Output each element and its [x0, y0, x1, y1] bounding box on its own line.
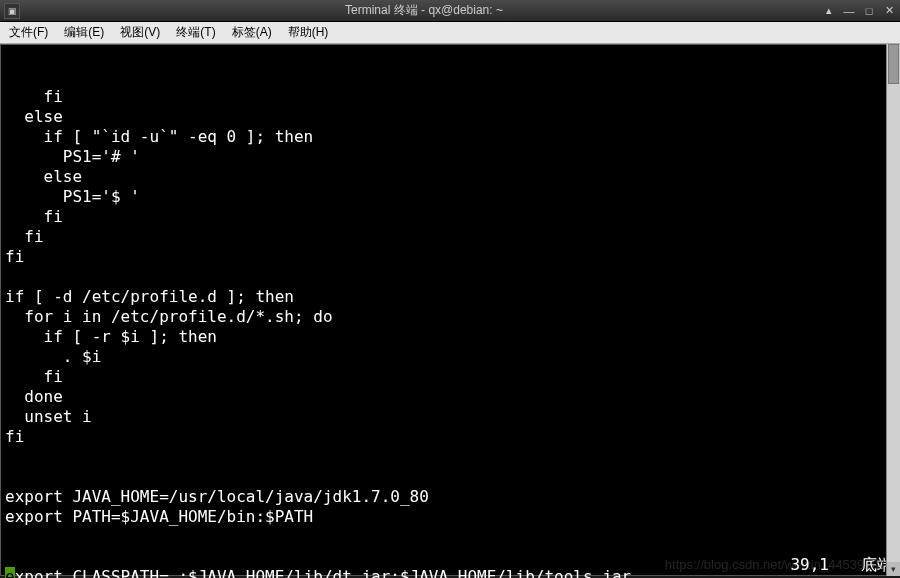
up-arrow-icon[interactable]: ▴: [822, 4, 836, 18]
scrollbar-thumb[interactable]: [888, 44, 899, 84]
cursor-line-rest: xport CLASSPATH=.:$JAVA_HOME/lib/dt.jar:…: [15, 567, 632, 578]
terminal-line: PS1='$ ': [5, 187, 895, 207]
maximize-icon[interactable]: □: [862, 4, 876, 18]
terminal-line: [5, 467, 895, 487]
terminal-line: unset i: [5, 407, 895, 427]
window-title: Terminal 终端 - qx@debian: ~: [26, 2, 822, 19]
menu-file[interactable]: 文件(F): [6, 23, 51, 42]
terminal-line: [5, 447, 895, 467]
titlebar: ▣ Terminal 终端 - qx@debian: ~ ▴ — □ ✕: [0, 0, 900, 22]
app-icon: ▣: [4, 3, 20, 19]
close-icon[interactable]: ✕: [882, 4, 896, 18]
window-controls: ▴ — □ ✕: [822, 4, 896, 18]
terminal-cursor-line: export CLASSPATH=.:$JAVA_HOME/lib/dt.jar…: [5, 567, 895, 578]
terminal-line: fi: [5, 247, 895, 267]
terminal-line: if [ -r $i ]; then: [5, 327, 895, 347]
terminal-line: fi: [5, 87, 895, 107]
minimize-icon[interactable]: —: [842, 4, 856, 18]
menu-terminal[interactable]: 终端(T): [173, 23, 218, 42]
menu-tabs[interactable]: 标签(A): [229, 23, 275, 42]
terminal-line: PS1='# ': [5, 147, 895, 167]
terminal-line: else: [5, 167, 895, 187]
terminal-line: export PATH=$JAVA_HOME/bin:$PATH: [5, 507, 895, 527]
terminal-line: [5, 267, 895, 287]
terminal-line: done: [5, 387, 895, 407]
scrollbar[interactable]: ▾: [886, 44, 900, 576]
cursor: e: [5, 567, 15, 578]
menu-view[interactable]: 视图(V): [117, 23, 163, 42]
terminal-line: fi: [5, 207, 895, 227]
terminal-line: if [ "`id -u`" -eq 0 ]; then: [5, 127, 895, 147]
terminal-line: export JAVA_HOME=/usr/local/java/jdk1.7.…: [5, 487, 895, 507]
menu-edit[interactable]: 编辑(E): [61, 23, 107, 42]
menu-help[interactable]: 帮助(H): [285, 23, 332, 42]
terminal-line: if [ -d /etc/profile.d ]; then: [5, 287, 895, 307]
terminal-line: fi: [5, 227, 895, 247]
scrollbar-down-icon[interactable]: ▾: [887, 562, 900, 576]
terminal-line: for i in /etc/profile.d/*.sh; do: [5, 307, 895, 327]
terminal-line: else: [5, 107, 895, 127]
terminal-line: fi: [5, 367, 895, 387]
terminal-line: . $i: [5, 347, 895, 367]
terminal[interactable]: fi else if [ "`id -u`" -eq 0 ]; then PS1…: [0, 44, 900, 576]
menubar: 文件(F) 编辑(E) 视图(V) 终端(T) 标签(A) 帮助(H): [0, 22, 900, 44]
status-position: 39,1: [790, 555, 829, 575]
terminal-line: fi: [5, 427, 895, 447]
